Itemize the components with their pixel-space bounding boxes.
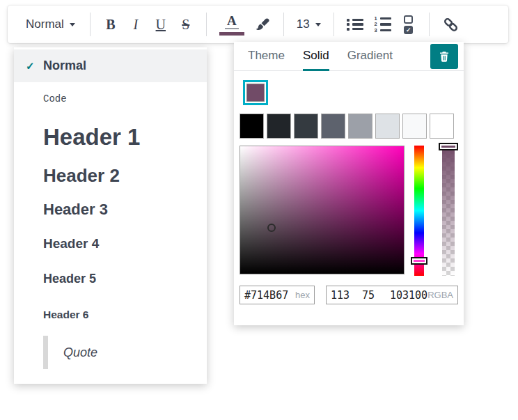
toolbar-separator	[283, 13, 284, 36]
gray-swatch[interactable]	[375, 114, 400, 139]
underline-button[interactable]: U	[148, 10, 173, 39]
style-option-header3[interactable]: Header 3	[14, 199, 207, 219]
italic-button[interactable]: I	[123, 10, 148, 39]
rgba-color-input[interactable]: 113 75 103 100 RGBA	[326, 286, 458, 304]
gray-swatch[interactable]	[321, 114, 345, 139]
quote-bar	[43, 336, 48, 369]
paragraph-style-dropdown[interactable]: Normal	[19, 10, 82, 39]
checklist-icon: ✓	[404, 15, 413, 34]
font-color-swatch-bar	[219, 32, 244, 36]
saturation-cursor[interactable]	[267, 224, 276, 232]
saturation-value-area[interactable]	[240, 146, 405, 274]
gray-swatch[interactable]	[430, 114, 454, 139]
caret-down-icon	[70, 23, 75, 26]
gray-swatch[interactable]	[267, 114, 291, 139]
checklist-button[interactable]: ✓	[396, 10, 421, 39]
tab-gradient[interactable]: Gradient	[347, 42, 393, 71]
check-icon: ✓	[26, 60, 37, 72]
toolbar-separator	[333, 13, 334, 36]
hex-color-input[interactable]: #714B67 hex	[240, 286, 315, 304]
trash-icon	[438, 50, 450, 63]
style-option-normal[interactable]: ✓ Normal	[14, 49, 207, 82]
hex-suffix-label: hex	[295, 290, 310, 300]
opacity-cursor[interactable]	[439, 143, 458, 150]
numbered-list-button[interactable]: 1 2 3	[368, 10, 396, 39]
reset-color-button[interactable]	[430, 44, 458, 69]
style-option-quote[interactable]: Quote	[14, 336, 207, 369]
style-option-code[interactable]: Code	[14, 93, 207, 105]
style-option-header1[interactable]: Header 1	[14, 122, 207, 153]
paintbrush-icon	[254, 16, 271, 33]
color-picker-body: #714B67 hex 113 75 103 100 RGBA	[234, 84, 464, 304]
rgba-red-value: 113	[331, 289, 362, 302]
tab-solid[interactable]: Solid	[303, 42, 329, 71]
toolbar-separator	[206, 13, 207, 36]
rgba-alpha-value: 100	[409, 289, 427, 302]
style-option-header4[interactable]: Header 4	[14, 235, 207, 253]
checkbox-empty-icon	[404, 15, 413, 24]
hue-cursor[interactable]	[411, 257, 427, 265]
link-icon	[442, 16, 460, 33]
gray-swatch[interactable]	[402, 114, 427, 139]
rgba-green-value: 75	[362, 289, 390, 302]
color-picker-area-row	[240, 146, 458, 276]
color-picker-tabs: Theme Solid Gradient	[234, 42, 464, 71]
bullet-list-icon	[347, 19, 363, 31]
bold-button[interactable]: B	[98, 10, 123, 39]
gray-swatch[interactable]	[240, 114, 264, 139]
caret-down-icon	[315, 23, 321, 26]
style-option-header5[interactable]: Header 5	[14, 270, 207, 287]
rgba-suffix-label: RGBA	[427, 290, 453, 300]
opacity-slider[interactable]	[442, 146, 455, 276]
font-size-dropdown[interactable]: 13	[292, 10, 326, 39]
paragraph-style-label: Normal	[26, 17, 64, 31]
gray-swatch[interactable]	[348, 114, 372, 139]
style-option-label: Quote	[63, 345, 97, 360]
color-inputs-row: #714B67 hex 113 75 103 100 RGBA	[240, 286, 458, 304]
gray-swatch-row	[240, 114, 458, 139]
insert-link-button[interactable]	[437, 10, 464, 39]
strikethrough-button[interactable]: S	[173, 10, 198, 39]
gray-swatch[interactable]	[294, 114, 318, 139]
checkbox-checked-icon: ✓	[404, 26, 413, 34]
paragraph-style-menu: ✓ Normal Code Header 1 Header 2 Header 3…	[14, 47, 207, 384]
opacity-gradient	[442, 146, 455, 276]
style-option-header6[interactable]: Header 6	[14, 307, 207, 322]
rgba-blue-value: 103	[390, 289, 409, 302]
numbered-list-icon: 1 2 3	[373, 17, 391, 33]
font-color-button[interactable]: A	[214, 10, 249, 39]
editor-toolbar: Normal B I U S A 13 1 2 3	[8, 6, 508, 43]
font-color-letter: A	[225, 13, 239, 29]
tab-theme[interactable]: Theme	[248, 42, 285, 71]
font-size-value: 13	[297, 17, 310, 31]
style-option-label: Normal	[43, 59, 86, 73]
style-option-header2[interactable]: Header 2	[14, 164, 207, 187]
selected-color-swatch[interactable]	[246, 84, 265, 102]
toolbar-separator	[429, 13, 430, 36]
highlight-color-button[interactable]	[249, 10, 276, 39]
color-picker-panel: Theme Solid Gradient	[234, 42, 464, 325]
bullet-list-button[interactable]	[342, 10, 368, 39]
hex-value: #714B67	[244, 289, 288, 302]
toolbar-separator	[90, 13, 91, 36]
hue-slider[interactable]	[414, 146, 424, 276]
